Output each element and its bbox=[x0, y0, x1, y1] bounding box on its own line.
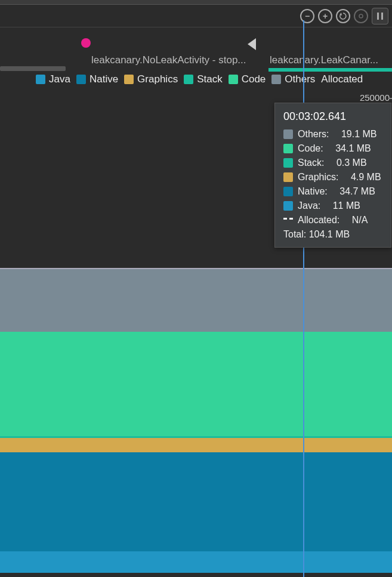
zoom-out-button[interactable]: − bbox=[300, 9, 314, 23]
stack-swatch-icon bbox=[283, 158, 293, 168]
memory-legend: Java Native Graphics Stack Code Others A… bbox=[0, 69, 392, 90]
zoom-in-button[interactable]: + bbox=[318, 9, 332, 23]
legend-native[interactable]: Native bbox=[76, 73, 118, 85]
event-marker-dot[interactable] bbox=[81, 38, 91, 48]
legend-others[interactable]: Others bbox=[271, 73, 315, 85]
y-tick-line bbox=[388, 98, 392, 99]
java-swatch-icon bbox=[36, 75, 45, 84]
area-graphics bbox=[0, 438, 392, 452]
area-java bbox=[0, 551, 392, 573]
zoom-reset-button[interactable] bbox=[336, 9, 350, 23]
pause-button[interactable] bbox=[372, 8, 388, 24]
others-swatch-icon bbox=[283, 129, 293, 139]
timeline-header[interactable]: leakcanary.NoLeakActivity - stop... leak… bbox=[0, 27, 392, 69]
native-swatch-icon bbox=[283, 187, 293, 196]
svg-rect-1 bbox=[377, 13, 379, 20]
memory-chart[interactable]: 250000 150000 100000 50000 00:03:02.641 … bbox=[0, 90, 392, 573]
stack-swatch-icon bbox=[184, 75, 193, 84]
tooltip-row-stack: Stack: 0.3 MB bbox=[283, 158, 382, 168]
legend-code[interactable]: Code bbox=[229, 73, 266, 85]
legend-stack[interactable]: Stack bbox=[184, 73, 223, 85]
top-divider bbox=[0, 0, 392, 5]
tooltip-row-others: Others: 19.1 MB bbox=[283, 129, 382, 140]
tooltip-row-allocated: Allocated: N/A bbox=[283, 215, 382, 226]
memory-tooltip: 00:03:02.641 Others: 19.1 MB Code: 34.1 … bbox=[274, 103, 391, 248]
activity-bar bbox=[268, 68, 392, 72]
activity-track-label-2: leakcanary.LeakCanar... bbox=[270, 54, 378, 66]
profiler-toolbar: − + bbox=[0, 5, 392, 27]
tooltip-timestamp: 00:03:02.641 bbox=[283, 110, 382, 123]
activity-track-label-1: leakcanary.NoLeakActivity - stop... bbox=[91, 54, 246, 66]
code-swatch-icon bbox=[283, 144, 293, 153]
svg-point-0 bbox=[359, 14, 363, 18]
svg-rect-2 bbox=[381, 13, 383, 20]
tooltip-row-java: Java: 11 MB bbox=[283, 200, 382, 211]
others-swatch-icon bbox=[271, 75, 281, 84]
area-stack bbox=[0, 436, 392, 438]
native-swatch-icon bbox=[76, 75, 86, 84]
legend-allocated[interactable]: Allocated bbox=[321, 73, 363, 85]
graphics-swatch-icon bbox=[124, 75, 134, 84]
legend-graphics[interactable]: Graphics bbox=[124, 73, 178, 85]
area-others bbox=[0, 269, 392, 332]
allocated-dash-icon bbox=[283, 218, 293, 223]
y-tick-250000: 250000 bbox=[360, 92, 390, 103]
zoom-fit-button[interactable] bbox=[354, 9, 368, 23]
tooltip-row-native: Native: 34.7 MB bbox=[283, 186, 382, 197]
legend-java[interactable]: Java bbox=[36, 73, 70, 85]
graphics-swatch-icon bbox=[283, 172, 293, 182]
area-native bbox=[0, 452, 392, 551]
tooltip-total: Total: 104.1 MB bbox=[283, 229, 382, 240]
tooltip-row-graphics: Graphics: 4.9 MB bbox=[283, 172, 382, 183]
area-topline bbox=[0, 268, 392, 269]
tooltip-row-code: Code: 34.1 MB bbox=[283, 143, 382, 154]
playback-marker-icon[interactable] bbox=[248, 38, 256, 50]
area-code bbox=[0, 332, 392, 436]
timeline-scrollbar[interactable] bbox=[0, 66, 66, 71]
java-swatch-icon bbox=[283, 201, 293, 211]
code-swatch-icon bbox=[229, 75, 238, 84]
